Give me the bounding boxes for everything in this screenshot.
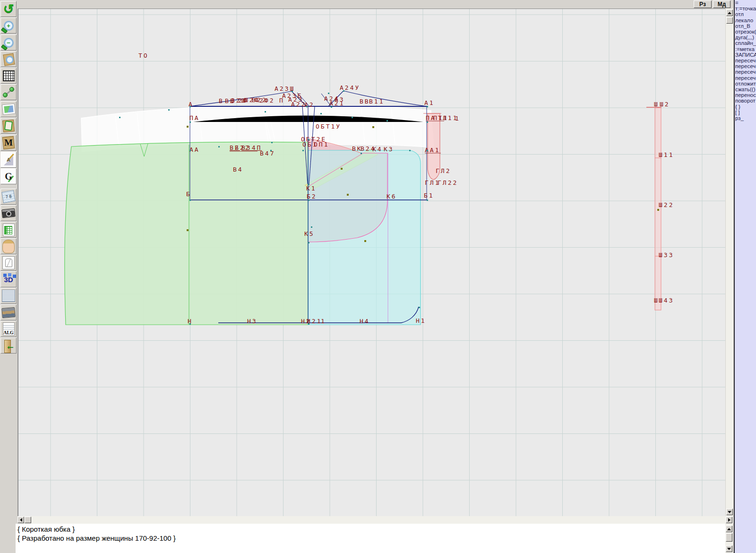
table-icon[interactable] [0, 222, 17, 238]
3d-icon[interactable]: 3D [0, 271, 17, 287]
command-line[interactable]: перенос [735, 92, 756, 98]
zoom-in-icon-glyph: + [7, 23, 10, 29]
command-line[interactable]: отл_В [735, 23, 756, 29]
zoom-in-icon[interactable]: + [0, 17, 17, 34]
canvas-vertical-scrollbar[interactable] [726, 9, 733, 516]
command-line[interactable]: пересеч [735, 58, 756, 63]
command-line[interactable]: отрезок( [735, 29, 756, 35]
garment-sketch-icon[interactable] [0, 255, 17, 271]
command-line[interactable]: отложит [735, 81, 756, 86]
g-tool-icon[interactable]: G [0, 168, 17, 184]
drafting-tool-icon[interactable]: А [0, 152, 17, 168]
rz-button[interactable]: Рз [694, 0, 712, 8]
camera-icon[interactable] [0, 205, 17, 221]
command-panel[interactable]: =т:=точкаотллекалоотл_Вотрезок(дуга(,,,)… [734, 0, 756, 553]
exit-icon-glyph: ← [6, 340, 15, 351]
command-line[interactable]: т:=точка [735, 6, 756, 11]
status-vertical-scrollbar[interactable] [725, 524, 733, 553]
g-tool-icon-glyph: G [5, 171, 12, 182]
command-line[interactable]: пересеч [735, 75, 756, 81]
left-arrow-icon [20, 518, 22, 522]
command-line[interactable]: ЗАПИСА [735, 52, 756, 58]
pattern-cad-app: { "topbar": { "buttons": [ {"label":"Рз"… [0, 0, 756, 553]
command-line[interactable]: дуга(,,,) [735, 35, 756, 40]
top-bar: Рз Мд [17, 0, 734, 9]
image-icon[interactable] [0, 101, 17, 117]
command-line[interactable]: { } [735, 104, 756, 110]
md-button[interactable]: Мд [713, 0, 730, 8]
status-scroll-down-button[interactable] [726, 545, 732, 552]
scroll-left-button[interactable] [17, 517, 24, 523]
endpoint-dot [9, 87, 14, 92]
down-arrow-icon [728, 511, 731, 513]
command-line[interactable]: рз_ [735, 115, 756, 121]
status-line-title: { Короткая юбка } [17, 525, 75, 533]
command-line[interactable]: лекало [735, 17, 756, 23]
zoom-out-icon-glyph: − [7, 40, 10, 46]
command-line[interactable]: [ ] [735, 110, 756, 115]
segment-tool-icon[interactable] [0, 84, 17, 100]
vertical-scroll-thumb[interactable] [726, 17, 733, 24]
scroll-down-button[interactable] [726, 509, 733, 515]
toolbar: ↺+−MАG7 83DALG← [0, 0, 18, 553]
3d-icon-glyph: 3D [4, 276, 13, 284]
portrait-icon[interactable] [0, 238, 17, 254]
command-line[interactable]: поворот [735, 98, 756, 104]
drawing-canvas[interactable] [18, 9, 725, 516]
alg-icon[interactable]: ALG [0, 321, 17, 337]
magnifier-shape: − [4, 38, 14, 48]
m-tool-icon-glyph: M [4, 138, 13, 148]
m-tool-icon[interactable]: M [0, 135, 17, 151]
status-scroll-thumb[interactable] [726, 533, 732, 542]
down-arrow-icon [727, 548, 731, 550]
refresh-icon[interactable]: ↺ [0, 1, 17, 17]
drafting-tool-icon-glyph: А [7, 157, 10, 163]
status-scroll-up-button[interactable] [726, 526, 732, 532]
command-line[interactable]: пересеч [735, 63, 756, 69]
status-line-subtitle: { Разработано на размер женщины 170-92-1… [17, 534, 176, 542]
books-icon[interactable] [0, 304, 17, 320]
scroll-right-button[interactable] [726, 517, 732, 523]
ruler-icon[interactable]: 7 8 [0, 189, 17, 205]
up-arrow-icon [727, 528, 731, 530]
ruler-icon-glyph: 7 8 [5, 194, 12, 199]
exit-icon[interactable]: ← [0, 337, 17, 354]
command-line[interactable]: = [735, 0, 756, 6]
up-arrow-icon [728, 12, 731, 14]
endpoint-dot [3, 93, 8, 97]
alg-icon-glyph: ALG [3, 330, 14, 335]
canvas-horizontal-scrollbar[interactable] [17, 516, 733, 524]
zoom-out-icon[interactable]: − [0, 35, 17, 51]
right-arrow-icon [728, 518, 730, 522]
command-line[interactable]: отл [735, 11, 756, 17]
grid-icon[interactable] [0, 68, 17, 84]
command-line[interactable]: пересеч [735, 69, 756, 75]
preview-pattern-icon[interactable] [0, 51, 17, 67]
command-line[interactable]: сжать(() [735, 86, 756, 92]
command-line[interactable]: :=метка [735, 46, 756, 52]
horizontal-scroll-thumb[interactable] [25, 517, 31, 523]
pattern-piece-icon[interactable] [0, 118, 17, 134]
status-text-area[interactable]: { Короткая юбка } { Разработано на разме… [16, 524, 725, 553]
command-line[interactable]: сплайн_ [735, 40, 756, 46]
magnifier-shape: + [4, 21, 14, 31]
document-list-icon[interactable] [0, 288, 17, 304]
scroll-up-button[interactable] [726, 9, 733, 16]
refresh-icon-glyph: ↺ [3, 2, 14, 16]
